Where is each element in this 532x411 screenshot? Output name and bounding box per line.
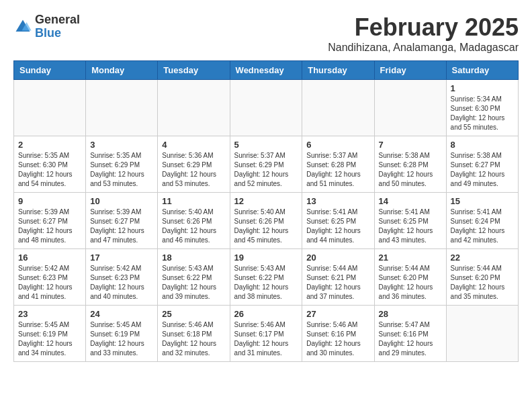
table-row: [158, 80, 230, 136]
day-number: 1: [451, 83, 514, 93]
day-number: 9: [18, 196, 81, 206]
col-sunday: Sunday: [14, 61, 86, 80]
calendar-week-row: 9Sunrise: 5:39 AMSunset: 6:27 PMDaylight…: [14, 193, 519, 249]
table-row: 20Sunrise: 5:44 AMSunset: 6:21 PMDayligh…: [302, 249, 374, 306]
table-row: [374, 80, 446, 136]
day-number: 23: [18, 309, 81, 319]
calendar-week-row: 23Sunrise: 5:45 AMSunset: 6:19 PMDayligh…: [14, 306, 519, 362]
day-number: 26: [234, 309, 298, 319]
day-info: Sunrise: 5:42 AMSunset: 6:23 PMDaylight:…: [90, 264, 153, 302]
day-number: 8: [451, 140, 514, 150]
day-info: Sunrise: 5:38 AMSunset: 6:27 PMDaylight:…: [451, 151, 514, 189]
col-thursday: Thursday: [302, 61, 374, 80]
day-info: Sunrise: 5:42 AMSunset: 6:23 PMDaylight:…: [18, 264, 81, 302]
day-number: 22: [451, 253, 514, 263]
day-info: Sunrise: 5:39 AMSunset: 6:27 PMDaylight:…: [18, 208, 81, 245]
table-row: 6Sunrise: 5:37 AMSunset: 6:28 PMDaylight…: [302, 136, 374, 193]
day-info: Sunrise: 5:38 AMSunset: 6:28 PMDaylight:…: [379, 151, 442, 189]
table-row: 17Sunrise: 5:42 AMSunset: 6:23 PMDayligh…: [86, 249, 158, 306]
calendar-week-row: 2Sunrise: 5:35 AMSunset: 6:30 PMDaylight…: [14, 136, 519, 193]
table-row: 24Sunrise: 5:45 AMSunset: 6:19 PMDayligh…: [86, 306, 158, 362]
table-row: [302, 80, 374, 136]
table-row: 26Sunrise: 5:46 AMSunset: 6:17 PMDayligh…: [230, 306, 302, 362]
logo: General Blue: [13, 13, 80, 40]
page-header: General Blue February 2025 Nandihizana, …: [13, 13, 519, 54]
table-row: 2Sunrise: 5:35 AMSunset: 6:30 PMDaylight…: [14, 136, 86, 193]
table-row: [230, 80, 302, 136]
day-info: Sunrise: 5:46 AMSunset: 6:18 PMDaylight:…: [162, 320, 225, 358]
day-number: 3: [90, 140, 153, 150]
day-info: Sunrise: 5:46 AMSunset: 6:17 PMDaylight:…: [234, 320, 298, 358]
day-info: Sunrise: 5:41 AMSunset: 6:24 PMDaylight:…: [451, 208, 514, 245]
table-row: 4Sunrise: 5:36 AMSunset: 6:29 PMDaylight…: [158, 136, 230, 193]
day-number: 18: [162, 253, 225, 263]
day-number: 5: [234, 140, 298, 150]
month-title: February 2025: [328, 13, 519, 42]
table-row: 15Sunrise: 5:41 AMSunset: 6:24 PMDayligh…: [446, 193, 518, 249]
title-section: February 2025 Nandihizana, Analamanga, M…: [328, 13, 519, 54]
day-info: Sunrise: 5:36 AMSunset: 6:29 PMDaylight:…: [162, 151, 225, 189]
day-number: 25: [162, 309, 225, 319]
table-row: 28Sunrise: 5:47 AMSunset: 6:16 PMDayligh…: [374, 306, 446, 362]
calendar-table: Sunday Monday Tuesday Wednesday Thursday…: [13, 60, 519, 362]
day-number: 20: [306, 253, 369, 263]
table-row: [446, 306, 518, 362]
day-number: 2: [18, 140, 81, 150]
day-number: 15: [451, 196, 514, 206]
day-info: Sunrise: 5:47 AMSunset: 6:16 PMDaylight:…: [379, 320, 442, 358]
day-number: 16: [18, 253, 81, 263]
calendar-header-row: Sunday Monday Tuesday Wednesday Thursday…: [14, 61, 519, 80]
location-title: Nandihizana, Analamanga, Madagascar: [328, 42, 519, 54]
table-row: 12Sunrise: 5:40 AMSunset: 6:26 PMDayligh…: [230, 193, 302, 249]
table-row: 8Sunrise: 5:38 AMSunset: 6:27 PMDaylight…: [446, 136, 518, 193]
table-row: 25Sunrise: 5:46 AMSunset: 6:18 PMDayligh…: [158, 306, 230, 362]
day-number: 21: [379, 253, 442, 263]
day-info: Sunrise: 5:35 AMSunset: 6:29 PMDaylight:…: [90, 151, 153, 189]
table-row: 21Sunrise: 5:44 AMSunset: 6:20 PMDayligh…: [374, 249, 446, 306]
day-info: Sunrise: 5:37 AMSunset: 6:29 PMDaylight:…: [234, 151, 298, 189]
day-info: Sunrise: 5:46 AMSunset: 6:16 PMDaylight:…: [306, 320, 369, 358]
day-info: Sunrise: 5:39 AMSunset: 6:27 PMDaylight:…: [90, 208, 153, 245]
day-number: 19: [234, 253, 298, 263]
day-number: 24: [90, 309, 153, 319]
table-row: 11Sunrise: 5:40 AMSunset: 6:26 PMDayligh…: [158, 193, 230, 249]
day-info: Sunrise: 5:45 AMSunset: 6:19 PMDaylight:…: [90, 320, 153, 358]
table-row: 7Sunrise: 5:38 AMSunset: 6:28 PMDaylight…: [374, 136, 446, 193]
day-info: Sunrise: 5:44 AMSunset: 6:20 PMDaylight:…: [451, 264, 514, 302]
day-number: 10: [90, 196, 153, 206]
calendar-week-row: 1Sunrise: 5:34 AMSunset: 6:30 PMDaylight…: [14, 80, 519, 136]
table-row: 3Sunrise: 5:35 AMSunset: 6:29 PMDaylight…: [86, 136, 158, 193]
table-row: 22Sunrise: 5:44 AMSunset: 6:20 PMDayligh…: [446, 249, 518, 306]
day-info: Sunrise: 5:44 AMSunset: 6:20 PMDaylight:…: [379, 264, 442, 302]
logo-blue: Blue: [35, 27, 80, 40]
table-row: [14, 80, 86, 136]
table-row: 1Sunrise: 5:34 AMSunset: 6:30 PMDaylight…: [446, 80, 518, 136]
day-number: 4: [162, 140, 225, 150]
day-info: Sunrise: 5:43 AMSunset: 6:22 PMDaylight:…: [162, 264, 225, 302]
table-row: 9Sunrise: 5:39 AMSunset: 6:27 PMDaylight…: [14, 193, 86, 249]
day-number: 14: [379, 196, 442, 206]
day-info: Sunrise: 5:37 AMSunset: 6:28 PMDaylight:…: [306, 151, 369, 189]
logo-general: General: [35, 13, 80, 27]
table-row: 10Sunrise: 5:39 AMSunset: 6:27 PMDayligh…: [86, 193, 158, 249]
col-tuesday: Tuesday: [158, 61, 230, 80]
logo-text: General Blue: [35, 13, 80, 40]
day-info: Sunrise: 5:43 AMSunset: 6:22 PMDaylight:…: [234, 264, 298, 302]
table-row: 13Sunrise: 5:41 AMSunset: 6:25 PMDayligh…: [302, 193, 374, 249]
day-number: 11: [162, 196, 225, 206]
day-info: Sunrise: 5:45 AMSunset: 6:19 PMDaylight:…: [18, 320, 81, 358]
day-number: 27: [306, 309, 369, 319]
table-row: 18Sunrise: 5:43 AMSunset: 6:22 PMDayligh…: [158, 249, 230, 306]
table-row: 5Sunrise: 5:37 AMSunset: 6:29 PMDaylight…: [230, 136, 302, 193]
col-saturday: Saturday: [446, 61, 518, 80]
calendar-week-row: 16Sunrise: 5:42 AMSunset: 6:23 PMDayligh…: [14, 249, 519, 306]
day-number: 7: [379, 140, 442, 150]
col-friday: Friday: [374, 61, 446, 80]
day-number: 12: [234, 196, 298, 206]
table-row: 23Sunrise: 5:45 AMSunset: 6:19 PMDayligh…: [14, 306, 86, 362]
day-info: Sunrise: 5:41 AMSunset: 6:25 PMDaylight:…: [306, 208, 369, 245]
day-number: 13: [306, 196, 369, 206]
col-wednesday: Wednesday: [230, 61, 302, 80]
table-row: [86, 80, 158, 136]
table-row: 27Sunrise: 5:46 AMSunset: 6:16 PMDayligh…: [302, 306, 374, 362]
